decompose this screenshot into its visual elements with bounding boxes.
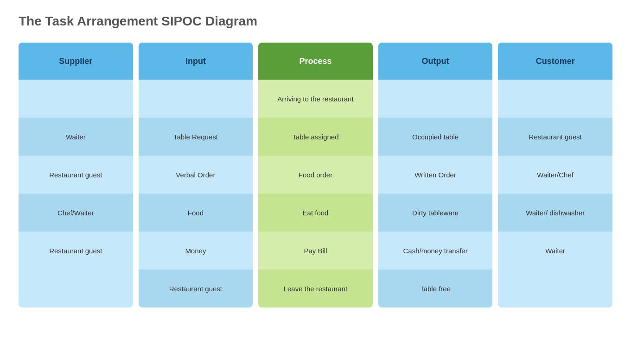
page-title: The Task Arrangement SIPOC Diagram	[19, 14, 612, 29]
cell-input-3: Food	[139, 194, 253, 232]
sipoc-diagram: SupplierWaiterRestaurant guestChef/Waite…	[19, 43, 612, 308]
cell-process-4: Pay Bill	[258, 232, 373, 270]
cell-input-2: Verbal Order	[139, 156, 253, 194]
cell-supplier-4: Restaurant guest	[19, 232, 133, 270]
cell-input-1: Table Request	[139, 118, 253, 156]
column-process: ProcessArriving to the restaurantTable a…	[258, 43, 373, 308]
cell-input-5: Restaurant guest	[139, 270, 253, 308]
column-output: OutputOccupied tableWritten OrderDirty t…	[378, 43, 493, 308]
column-supplier: SupplierWaiterRestaurant guestChef/Waite…	[19, 43, 133, 308]
cell-output-3: Dirty tableware	[378, 194, 493, 232]
cell-customer-5	[498, 270, 612, 308]
cell-supplier-0	[19, 80, 133, 118]
cell-customer-3: Waiter/ dishwasher	[498, 194, 612, 232]
cell-supplier-2: Restaurant guest	[19, 156, 133, 194]
cell-process-1: Table assigned	[258, 118, 373, 156]
header-process: Process	[258, 43, 373, 80]
cell-input-0	[139, 80, 253, 118]
header-input: Input	[139, 43, 253, 80]
cell-customer-0	[498, 80, 612, 118]
cell-process-0: Arriving to the restaurant	[258, 80, 373, 118]
cell-customer-4: Waiter	[498, 232, 612, 270]
cell-customer-2: Waiter/Chef	[498, 156, 612, 194]
cell-output-5: Table free	[378, 270, 493, 308]
header-output: Output	[378, 43, 493, 80]
header-customer: Customer	[498, 43, 612, 80]
cell-supplier-3: Chef/Waiter	[19, 194, 133, 232]
cell-supplier-5	[19, 270, 133, 308]
cell-process-5: Leave the restaurant	[258, 270, 373, 308]
header-supplier: Supplier	[19, 43, 133, 80]
column-customer: CustomerRestaurant guestWaiter/ChefWaite…	[498, 43, 612, 308]
cell-output-0	[378, 80, 493, 118]
cell-output-2: Written Order	[378, 156, 493, 194]
cell-output-4: Cash/money transfer	[378, 232, 493, 270]
cell-process-2: Food order	[258, 156, 373, 194]
cell-customer-1: Restaurant guest	[498, 118, 612, 156]
cell-process-3: Eat food	[258, 194, 373, 232]
cell-input-4: Money	[139, 232, 253, 270]
column-input: InputTable RequestVerbal OrderFoodMoneyR…	[139, 43, 253, 308]
cell-supplier-1: Waiter	[19, 118, 133, 156]
cell-output-1: Occupied table	[378, 118, 493, 156]
